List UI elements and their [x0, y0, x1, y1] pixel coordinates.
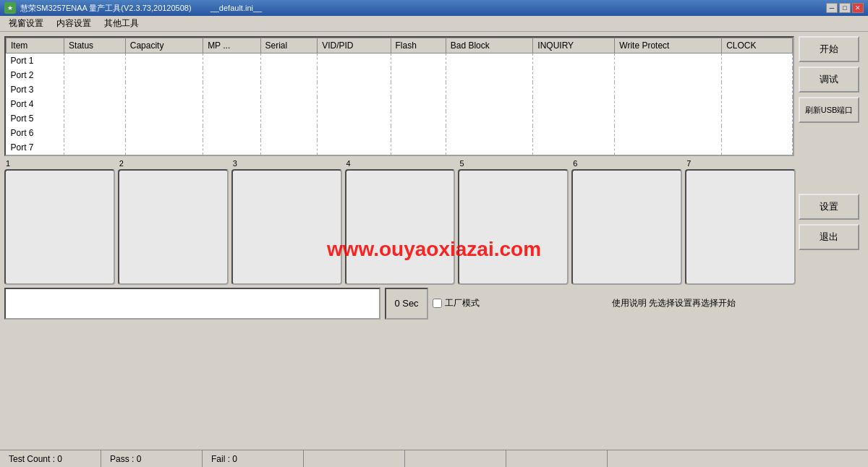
- port-display-2: [118, 169, 229, 285]
- status-extra1: [304, 450, 405, 467]
- usage-hint: 使用说明 先选择设置再选择开始: [484, 297, 864, 309]
- menu-item-tools[interactable]: 其他工具: [98, 16, 145, 31]
- table-cell: [391, 53, 446, 68]
- table-cell: [533, 126, 615, 140]
- table-cell: [446, 82, 533, 97]
- maximize-button[interactable]: □: [839, 3, 851, 13]
- table-cell: [722, 68, 793, 82]
- status-extra3: [506, 450, 608, 467]
- factory-mode-checkbox[interactable]: [433, 299, 442, 308]
- table-cell: [260, 82, 318, 97]
- table-cell: [318, 126, 391, 140]
- right-buttons-top: 开始 调试 刷新USB端口: [799, 36, 864, 156]
- table-cell: [260, 140, 318, 155]
- table-cell: [260, 68, 318, 82]
- table-row: Port 6: [7, 126, 793, 140]
- factory-mode: 工厂模式: [433, 297, 480, 309]
- debug-button[interactable]: 调试: [799, 67, 859, 93]
- table-cell: [125, 53, 203, 68]
- col-item: Item: [7, 38, 64, 53]
- table-cell: [722, 140, 793, 155]
- port-label: 5: [458, 159, 464, 168]
- table-cell: [64, 111, 126, 126]
- table-cell: [64, 140, 126, 155]
- table-cell: [615, 82, 722, 97]
- factory-mode-label: 工厂模式: [445, 297, 480, 309]
- col-mp: MP ...: [203, 38, 260, 53]
- table-cell: [391, 126, 446, 140]
- table-cell: [533, 140, 615, 155]
- port-panels: 1234567: [4, 159, 796, 285]
- port-panel-wrapper: 1: [4, 159, 115, 285]
- main-content: www.ouyaoxiazai.com Item Status Capacity…: [0, 32, 868, 467]
- panels-and-buttons: 1234567 设置 退出: [4, 159, 864, 285]
- port-label: 1: [4, 159, 10, 168]
- table-cell: [203, 140, 260, 155]
- table-cell: [391, 111, 446, 126]
- col-writeprotect: Write Protect: [615, 38, 722, 53]
- table-cell: [533, 111, 615, 126]
- table-cell: [64, 68, 126, 82]
- table-cell: [203, 82, 260, 97]
- start-button[interactable]: 开始: [799, 36, 859, 62]
- table-cell: [391, 68, 446, 82]
- table-cell: [615, 126, 722, 140]
- table-cell: Port 4: [7, 97, 64, 111]
- exit-button[interactable]: 退出: [799, 224, 859, 250]
- status-fail: Fail : 0: [203, 450, 304, 467]
- table-cell: [722, 82, 793, 97]
- table-row: Port 1: [7, 53, 793, 68]
- menu-bar: 视窗设置 内容设置 其他工具: [0, 16, 868, 32]
- table-cell: [203, 53, 260, 68]
- table-cell: [391, 140, 446, 155]
- menu-item-window[interactable]: 视窗设置: [3, 16, 49, 31]
- table-cell: [446, 126, 533, 140]
- table-cell: [318, 97, 391, 111]
- table-cell: [533, 82, 615, 97]
- table-cell: [446, 111, 533, 126]
- minimize-button[interactable]: ─: [826, 3, 838, 13]
- log-area[interactable]: [4, 288, 380, 320]
- close-button[interactable]: ✕: [852, 3, 864, 13]
- title-bar-filename: __default.ini__: [210, 4, 263, 12]
- title-bar: ★ 慧荣SM3257ENAA 量产工具(V2.3.73,20120508) __…: [0, 0, 868, 16]
- refresh-button[interactable]: 刷新USB端口: [799, 97, 859, 123]
- col-flash: Flash: [391, 38, 446, 53]
- app-icon: ★: [4, 2, 16, 14]
- table-cell: Port 1: [7, 53, 64, 68]
- table-cell: [203, 97, 260, 111]
- table-cell: [125, 97, 203, 111]
- table-cell: [203, 126, 260, 140]
- table-cell: [615, 111, 722, 126]
- port-display-3: [231, 169, 342, 285]
- port-display-1: [4, 169, 115, 285]
- table-cell: [260, 126, 318, 140]
- bottom-row: 0 Sec 工厂模式 使用说明 先选择设置再选择开始: [4, 288, 864, 320]
- col-capacity: Capacity: [125, 38, 203, 53]
- right-buttons-bottom: 设置 退出: [799, 159, 864, 285]
- table-cell: Port 5: [7, 111, 64, 126]
- table-cell: Port 7: [7, 140, 64, 155]
- table-cell: [722, 126, 793, 140]
- table-cell: [722, 97, 793, 111]
- table-cell: Port 6: [7, 126, 64, 140]
- table-cell: [125, 111, 203, 126]
- settings-button[interactable]: 设置: [799, 194, 859, 220]
- table-cell: [722, 111, 793, 126]
- table-cell: [260, 53, 318, 68]
- table-cell: [318, 82, 391, 97]
- table-cell: [203, 68, 260, 82]
- table-cell: [64, 82, 126, 97]
- port-panel-wrapper: 7: [685, 159, 796, 285]
- menu-item-content[interactable]: 内容设置: [51, 16, 97, 31]
- col-serial: Serial: [260, 38, 318, 53]
- table-cell: [446, 68, 533, 82]
- table-cell: [64, 126, 126, 140]
- status-test-count: Test Count : 0: [0, 450, 101, 467]
- data-table: Item Status Capacity MP ... Serial VID/P…: [6, 38, 793, 155]
- table-cell: Port 3: [7, 82, 64, 97]
- table-cell: [125, 126, 203, 140]
- col-vidpid: VID/PID: [318, 38, 391, 53]
- port-panel-wrapper: 6: [571, 159, 682, 285]
- table-cell: [615, 68, 722, 82]
